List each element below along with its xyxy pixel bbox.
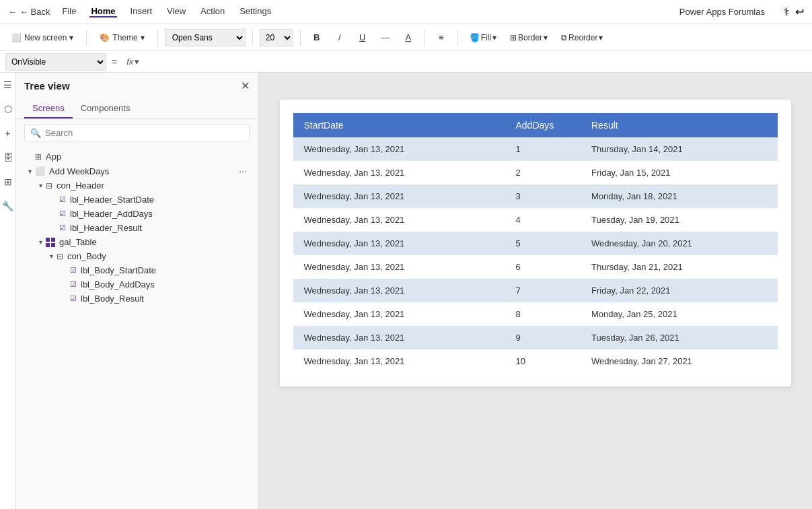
cell-adddays: 5 <box>505 232 581 255</box>
diagnostic-icon[interactable]: ⚕ <box>784 5 790 18</box>
addweekdays-more-icon[interactable]: ··· <box>236 166 250 176</box>
tree-item-con-body[interactable]: ▾ ⊟ con_Body <box>16 249 258 263</box>
border-button[interactable]: ⊞ Border ▾ <box>505 29 552 46</box>
cell-result: Thursday, Jan 21, 2021 <box>581 255 778 279</box>
svg-rect-3 <box>51 243 55 247</box>
cell-startdate: Wednesday, Jan 13, 2021 <box>293 232 505 255</box>
reorder-label: Reorder <box>568 33 597 42</box>
sidebar-tools-icon[interactable]: 🔧 <box>1 199 15 213</box>
header-startdate: StartDate <box>293 113 505 137</box>
italic-button[interactable]: / <box>330 29 349 46</box>
tree-tabs: Screens Components <box>16 99 258 119</box>
lbl-header-startdate-label: lbl_Header_StartDate <box>70 195 250 205</box>
fill-chevron-icon: ▾ <box>492 33 496 42</box>
underline-button[interactable]: U <box>353 29 372 46</box>
sidebar-variables-icon[interactable]: ⊞ <box>1 175 15 189</box>
main-layout: ☰ ⬡ + 🗄 ⊞ 🔧 Tree view ✕ Screens Componen… <box>0 73 812 509</box>
tree-item-app[interactable]: ⊞ App <box>16 149 258 164</box>
tab-screens[interactable]: Screens <box>24 99 73 118</box>
strikethrough-button[interactable]: — <box>376 29 395 46</box>
cell-adddays: 1 <box>505 137 581 161</box>
sidebar-data-icon[interactable]: 🗄 <box>1 151 15 164</box>
label-icon: ☑ <box>70 266 77 275</box>
font-color-button[interactable]: A <box>399 29 418 46</box>
label-icon: ☑ <box>70 280 77 289</box>
sidebar-insert-icon[interactable]: + <box>1 127 15 140</box>
theme-button[interactable]: 🎨 Theme ▾ <box>94 30 150 46</box>
nav-file[interactable]: File <box>61 6 78 18</box>
tree-item-lbl-body-adddays[interactable]: ☑ lbl_Body_AddDays <box>16 277 258 292</box>
tree-close-button[interactable]: ✕ <box>241 79 250 92</box>
formula-bar: OnVisible = fx ▾ <box>0 51 812 73</box>
cell-startdate: Wednesday, Jan 13, 2021 <box>293 161 505 184</box>
property-selector[interactable]: OnVisible <box>5 53 106 71</box>
font-color-icon: A <box>405 32 411 42</box>
nav-action[interactable]: Action <box>199 6 226 18</box>
tree-item-lbl-header-startdate[interactable]: ☑ lbl_Header_StartDate <box>16 193 258 207</box>
cell-result: Tuesday, Jan 19, 2021 <box>581 208 778 232</box>
nav-view[interactable]: View <box>165 6 187 18</box>
tree-search-container: 🔍 <box>16 119 258 147</box>
tree-item-lbl-body-startdate[interactable]: ☑ lbl_Body_StartDate <box>16 263 258 277</box>
gallery-icon <box>46 237 55 247</box>
cell-adddays: 2 <box>505 161 581 184</box>
cell-startdate: Wednesday, Jan 13, 2021 <box>293 255 505 279</box>
equals-sign: = <box>112 57 117 67</box>
tree-item-lbl-header-result[interactable]: ☑ lbl_Header_Result <box>16 221 258 235</box>
tree-item-gal-table[interactable]: ▾ gal_Table <box>16 235 258 249</box>
undo-icon[interactable]: ↩ <box>795 5 804 18</box>
align-button[interactable]: ≡ <box>432 29 451 46</box>
reorder-button[interactable]: ⧉ Reorder ▾ <box>556 29 607 46</box>
theme-chevron-icon: ▾ <box>141 33 145 42</box>
table-row: Wednesday, Jan 13, 20211Thursday, Jan 14… <box>293 137 778 161</box>
search-icon: 🔍 <box>30 128 41 138</box>
cell-startdate: Wednesday, Jan 13, 2021 <box>293 208 505 232</box>
formula-input[interactable] <box>149 57 807 67</box>
back-arrow-icon: ← <box>8 7 17 17</box>
tree-item-lbl-body-result[interactable]: ☑ lbl_Body_Result <box>16 292 258 306</box>
cell-startdate: Wednesday, Jan 13, 2021 <box>293 302 505 326</box>
tree-item-lbl-header-adddays[interactable]: ☑ lbl_Header_AddDays <box>16 207 258 221</box>
toolbar-sep-3 <box>252 30 253 46</box>
back-label: ← Back <box>20 7 50 17</box>
theme-label: Theme <box>112 33 137 42</box>
search-input[interactable] <box>45 128 244 138</box>
new-screen-button[interactable]: ⬜ New screen ▾ <box>5 30 79 46</box>
cell-adddays: 8 <box>505 302 581 326</box>
header-adddays: AddDays <box>505 113 581 137</box>
top-nav-bar: ← ← Back File Home Insert View Action Se… <box>0 0 812 24</box>
lbl-body-adddays-label: lbl_Body_AddDays <box>81 279 250 290</box>
toolbar-sep-1 <box>86 30 87 46</box>
new-screen-chevron-icon: ▾ <box>69 33 73 42</box>
fill-button[interactable]: 🪣 Fill ▾ <box>465 29 501 46</box>
reorder-chevron-icon: ▾ <box>599 33 603 42</box>
italic-label: / <box>338 32 341 42</box>
sidebar-layers-icon[interactable]: ⬡ <box>1 102 15 116</box>
table-row: Wednesday, Jan 13, 20216Thursday, Jan 21… <box>293 255 778 279</box>
bold-button[interactable]: B <box>307 29 326 46</box>
tree-item-con-header[interactable]: ▾ ⊟ con_Header <box>16 178 258 193</box>
table-row: Wednesday, Jan 13, 202110Wednesday, Jan … <box>293 349 778 373</box>
table-row: Wednesday, Jan 13, 20219Tuesday, Jan 26,… <box>293 326 778 349</box>
back-button[interactable]: ← ← Back <box>8 7 50 17</box>
conheader-expand-icon[interactable]: ▾ <box>35 182 46 189</box>
font-family-select[interactable]: Open Sans <box>165 29 246 46</box>
galtable-expand-icon[interactable]: ▾ <box>35 238 46 246</box>
addweekdays-expand-icon[interactable]: ▾ <box>24 168 35 175</box>
tab-components[interactable]: Components <box>73 99 139 118</box>
cell-startdate: Wednesday, Jan 13, 2021 <box>293 326 505 349</box>
cell-startdate: Wednesday, Jan 13, 2021 <box>293 184 505 208</box>
table-row: Wednesday, Jan 13, 20217Friday, Jan 22, … <box>293 279 778 302</box>
sidebar-menu-icon[interactable]: ☰ <box>1 78 15 92</box>
fx-button[interactable]: fx ▾ <box>122 55 143 68</box>
nav-home[interactable]: Home <box>89 6 116 18</box>
tree-item-add-weekdays[interactable]: ▾ ⬜ Add WeekDays ··· <box>16 164 258 178</box>
cell-adddays: 6 <box>505 255 581 279</box>
nav-insert[interactable]: Insert <box>129 6 154 18</box>
cell-result: Wednesday, Jan 20, 2021 <box>581 232 778 255</box>
svg-rect-2 <box>46 243 50 247</box>
conbody-expand-icon[interactable]: ▾ <box>46 252 57 260</box>
font-size-select[interactable]: 20 <box>260 29 293 46</box>
container-icon: ⊟ <box>57 252 63 261</box>
nav-settings[interactable]: Settings <box>238 6 272 18</box>
